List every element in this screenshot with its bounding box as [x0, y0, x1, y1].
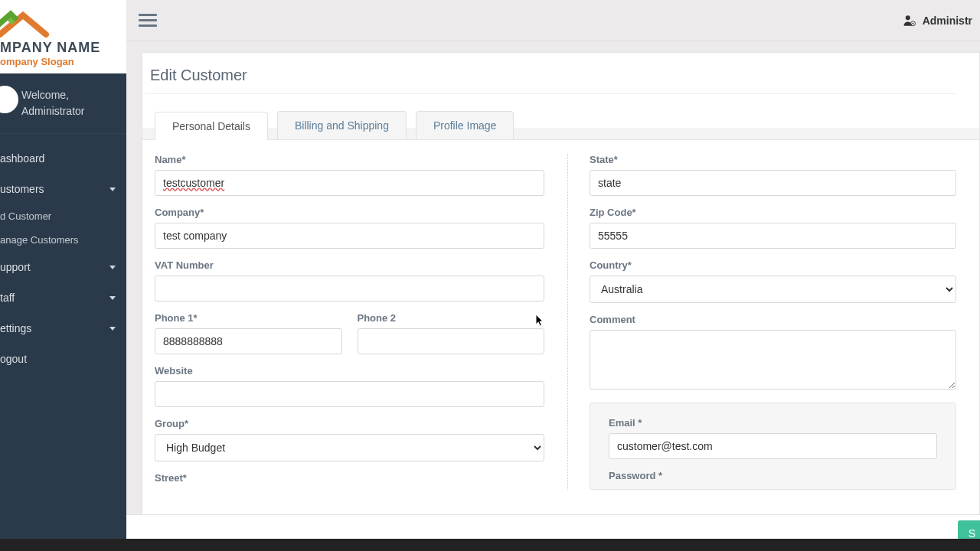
welcome-username: Administrator [21, 103, 119, 119]
logo-block: MPANY NAME ompany Slogan [0, 0, 126, 73]
content-card: Edit Customer Personal Details Billing a… [142, 52, 980, 551]
label-email: Email * [609, 417, 937, 429]
hamburger-icon[interactable] [139, 11, 157, 30]
topbar-username: Administr [923, 15, 972, 27]
label-state: State* [590, 154, 956, 165]
name-field[interactable]: testcustomer [155, 170, 544, 196]
name-value: testcustomer [163, 177, 224, 189]
chevron-down-icon [109, 187, 116, 191]
zip-field[interactable] [590, 223, 956, 249]
page-title: Edit Customer [145, 67, 956, 94]
sidebar: MPANY NAME ompany Slogan Welcome, Admini… [0, 0, 126, 551]
chevron-down-icon [109, 296, 116, 300]
avatar [0, 86, 18, 113]
sidebar-subitem-manage-customers[interactable]: anage Customers [0, 228, 126, 252]
state-field[interactable] [590, 170, 956, 196]
label-group: Group* [155, 418, 544, 429]
label-country: Country* [590, 259, 956, 271]
topbar-user[interactable]: Administr [903, 14, 972, 28]
sidebar-item-label: upport [0, 261, 31, 273]
label-vat: VAT Number [155, 259, 544, 271]
sidebar-item-label: ogout [0, 353, 27, 365]
comment-field[interactable] [590, 330, 956, 390]
label-company: Company* [155, 207, 544, 218]
sidebar-item-staff[interactable]: taff [0, 282, 126, 313]
credentials-box: Email * Password * [590, 403, 956, 490]
country-select[interactable]: Australia [590, 276, 956, 303]
sidebar-item-settings[interactable]: ettings [0, 313, 126, 344]
tabs: Personal Details Billing and Shipping Pr… [142, 94, 979, 140]
cursor-icon [535, 314, 544, 328]
phone2-field[interactable] [358, 328, 545, 354]
welcome-block: Welcome, Administrator [0, 73, 126, 134]
form-right-column: State* Zip Code* Country* Australia [568, 154, 979, 490]
logo-slogan: ompany Slogan [0, 56, 120, 67]
user-gear-icon [903, 14, 916, 28]
tab-personal-details[interactable]: Personal Details [155, 112, 268, 140]
phone1-field[interactable] [155, 328, 342, 354]
chevron-down-icon [109, 266, 116, 269]
main-area: Administr Edit Customer Personal Details… [126, 0, 980, 551]
sidebar-nav: ashboard ustomers d Customer anage Custo… [0, 134, 126, 374]
sidebar-subitem-add-customer[interactable]: d Customer [0, 204, 126, 228]
sidebar-item-dashboard[interactable]: ashboard [0, 143, 126, 174]
group-select[interactable]: High Budget [155, 434, 544, 461]
tab-profile-image[interactable]: Profile Image [416, 111, 514, 139]
sidebar-item-label: ashboard [0, 152, 44, 165]
label-phone1: Phone 1* [155, 312, 342, 324]
sidebar-item-label: taff [0, 292, 15, 304]
app-root: MPANY NAME ompany Slogan Welcome, Admini… [0, 0, 980, 551]
sidebar-item-label: d Customer [0, 210, 51, 222]
company-field[interactable] [155, 223, 544, 249]
topbar: Administr [126, 0, 980, 41]
svg-point-2 [912, 22, 913, 24]
label-phone2: Phone 2 [358, 312, 545, 324]
form-area: Name* testcustomer Company* VAT Number [142, 140, 979, 490]
website-field[interactable] [155, 381, 544, 407]
label-comment: Comment [590, 314, 956, 325]
sidebar-item-label: ettings [0, 322, 31, 334]
logo-icon [0, 8, 120, 38]
vat-field[interactable] [155, 276, 544, 302]
logo-company-name: MPANY NAME [0, 40, 120, 56]
form-left-column: Name* testcustomer Company* VAT Number [155, 154, 568, 490]
sidebar-item-label: anage Customers [0, 234, 79, 246]
chevron-down-icon [109, 327, 116, 331]
sidebar-item-logout[interactable]: ogout [0, 344, 126, 374]
welcome-greeting: Welcome, [21, 87, 119, 103]
sidebar-item-support[interactable]: upport [0, 252, 126, 282]
bottom-strip [0, 539, 980, 551]
label-password: Password * [609, 470, 937, 481]
tab-billing-shipping[interactable]: Billing and Shipping [277, 111, 407, 139]
label-name: Name* [155, 154, 544, 165]
label-zip: Zip Code* [590, 207, 956, 218]
sidebar-item-label: ustomers [0, 183, 44, 195]
svg-point-0 [905, 15, 910, 20]
label-street: Street* [155, 472, 544, 484]
label-website: Website [155, 365, 544, 377]
email-field[interactable] [609, 433, 937, 459]
sidebar-item-customers[interactable]: ustomers [0, 174, 126, 204]
